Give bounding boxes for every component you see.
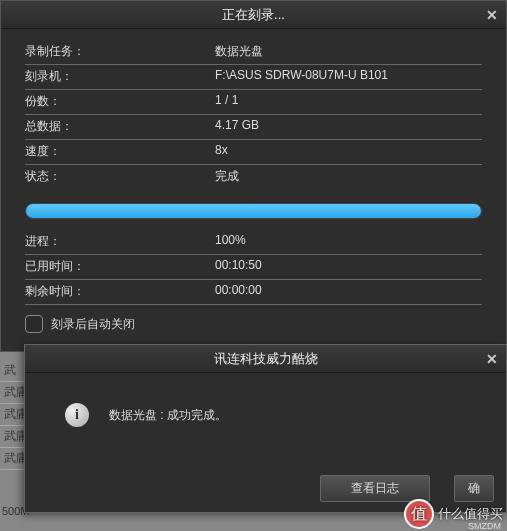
completion-message: 数据光盘 : 成功完成。 (109, 407, 227, 424)
elapsed-label: 已用时间： (25, 258, 215, 275)
info-icon: i (65, 403, 89, 427)
watermark-sub: SMZDM (468, 521, 501, 531)
speed-value: 8x (215, 143, 228, 160)
dialog-title: 正在刻录... (222, 6, 285, 24)
burning-dialog: 正在刻录... ✕ 录制任务： 数据光盘 刻录机： F:\ASUS SDRW-0… (0, 0, 507, 352)
recorder-value: F:\ASUS SDRW-08U7M-U B101 (215, 68, 388, 85)
copies-value: 1 / 1 (215, 93, 238, 110)
progress-bar (25, 203, 482, 219)
progress-fill (26, 204, 481, 218)
total-data-label: 总数据： (25, 118, 215, 135)
progress-label: 进程： (25, 233, 215, 250)
remaining-value: 00:00:00 (215, 283, 262, 300)
auto-shutdown-checkbox[interactable] (25, 315, 43, 333)
copies-label: 份数： (25, 93, 215, 110)
close-icon[interactable]: ✕ (482, 349, 502, 369)
ok-button[interactable]: 确 (454, 475, 494, 502)
status-label: 状态： (25, 168, 215, 185)
close-icon[interactable]: ✕ (482, 5, 502, 25)
task-label: 录制任务： (25, 43, 215, 60)
sub-titlebar: 讯连科技威力酷烧 ✕ (25, 345, 506, 373)
task-value: 数据光盘 (215, 43, 263, 60)
total-data-value: 4.17 GB (215, 118, 259, 135)
completion-dialog: 讯连科技威力酷烧 ✕ i 数据光盘 : 成功完成。 查看日志 确 (24, 344, 507, 513)
auto-shutdown-label: 刻录后自动关闭 (51, 316, 135, 333)
view-log-button[interactable]: 查看日志 (320, 475, 430, 502)
progress-value: 100% (215, 233, 246, 250)
titlebar: 正在刻录... ✕ (1, 1, 506, 29)
remaining-label: 剩余时间： (25, 283, 215, 300)
status-value: 完成 (215, 168, 239, 185)
speed-label: 速度： (25, 143, 215, 160)
recorder-label: 刻录机： (25, 68, 215, 85)
sub-dialog-title: 讯连科技威力酷烧 (214, 350, 318, 368)
progress-bar-container (25, 203, 482, 219)
watermark-badge-icon: 值 (404, 499, 434, 529)
elapsed-value: 00:10:50 (215, 258, 262, 275)
